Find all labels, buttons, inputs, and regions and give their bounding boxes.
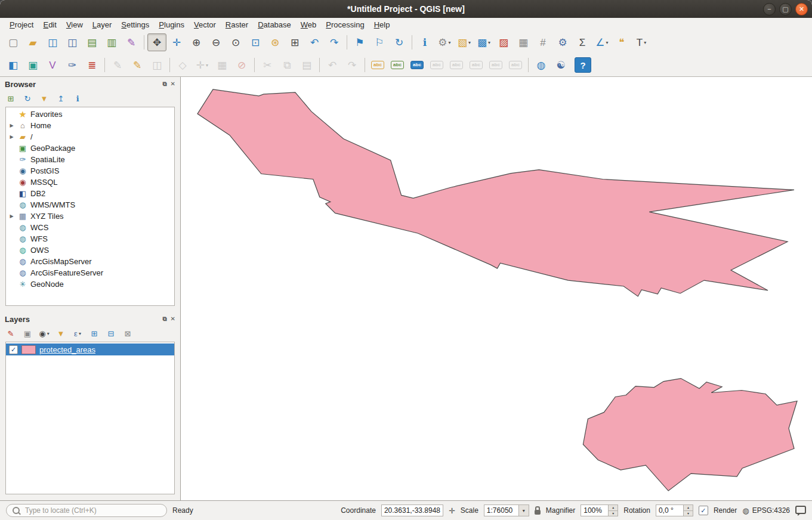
paste-features-button[interactable]: ▤ <box>297 56 316 74</box>
filter-by-expression-button[interactable]: ε▾ <box>70 326 85 341</box>
browser-item-favorites[interactable]: ★Favorites <box>6 109 174 120</box>
new-virtual-layer-button[interactable]: ≣ <box>82 56 101 74</box>
filter-browser-button[interactable]: ▼ <box>36 91 52 106</box>
identify-features-button[interactable]: ℹ <box>415 33 434 51</box>
save-project-as-button[interactable]: ◫ <box>63 33 82 51</box>
scale-dropdown-button[interactable]: ▾ <box>518 504 529 516</box>
expand-arrow-icon[interactable]: ▶ <box>8 123 15 128</box>
new-print-layout-button[interactable]: ▤ <box>82 33 101 51</box>
metasearch-button[interactable]: ◍ <box>532 56 551 74</box>
open-attribute-table-button[interactable]: ▦ <box>514 33 533 51</box>
expand-all-button[interactable]: ⊞ <box>87 326 102 341</box>
protected-area-polygon-south[interactable] <box>583 379 797 491</box>
delete-selected-button[interactable]: ⊘ <box>232 56 251 74</box>
layer-item-protected-areas[interactable]: ✓ protected_areas <box>6 343 174 355</box>
pan-to-selection-button[interactable]: ✛ <box>167 33 186 51</box>
filter-legend-button[interactable]: ▼ <box>53 326 69 341</box>
zoom-in-button[interactable]: ⊕ <box>187 33 206 51</box>
show-bookmarks-button[interactable]: ⚐ <box>370 33 389 51</box>
maximize-button[interactable]: ▢ <box>779 3 792 16</box>
new-bookmark-button[interactable]: ⚑ <box>350 33 369 51</box>
messages-icon[interactable] <box>795 506 806 514</box>
open-project-button[interactable]: ▰ <box>23 33 42 51</box>
browser-item-xyz-tiles[interactable]: ▶▦XYZ Tiles <box>6 211 174 222</box>
browser-item-ows[interactable]: ◍OWS <box>6 244 174 256</box>
zoom-next-button[interactable]: ↷ <box>325 33 344 51</box>
protected-area-polygon-main[interactable] <box>197 89 794 296</box>
toggle-extents-icon[interactable]: ✛ <box>449 507 455 515</box>
locate-input[interactable] <box>24 506 160 515</box>
redo-button[interactable]: ↷ <box>342 56 362 74</box>
new-spatialite-layer-button[interactable]: ✑ <box>63 56 82 74</box>
browser-item-wcs[interactable]: ◍WCS <box>6 222 174 233</box>
run-feature-action-button[interactable]: ⚙▾ <box>435 33 454 51</box>
help-button[interactable]: ? <box>575 57 591 73</box>
coordinate-input[interactable] <box>381 504 443 516</box>
highlight-pinned-labels-button[interactable]: abc <box>407 56 427 74</box>
pin-unpin-labels-button[interactable]: abc <box>447 56 466 74</box>
layer-styling-button[interactable]: ✎ <box>3 326 18 341</box>
menu-project[interactable]: Project <box>5 20 38 30</box>
remove-layer-button[interactable]: ⊠ <box>120 326 135 341</box>
map-tips-button[interactable]: ❝ <box>612 33 631 51</box>
show-hide-labels-button[interactable]: abc <box>427 56 446 74</box>
collapse-all-layers-button[interactable]: ⊟ <box>103 326 119 341</box>
pan-map-button[interactable]: ✥ <box>147 33 166 51</box>
menu-vector[interactable]: Vector <box>189 20 221 30</box>
crs-button[interactable]: ◍ EPSG:4326 <box>742 506 790 515</box>
browser-item-geopackage[interactable]: ▣GeoPackage <box>6 143 174 154</box>
text-annotation-button[interactable]: T▾ <box>632 33 651 51</box>
float-panel-button[interactable]: ⧉ <box>162 81 166 87</box>
save-project-button[interactable]: ◫ <box>43 33 62 51</box>
browser-item-geonode[interactable]: ✳GeoNode <box>6 278 174 290</box>
save-layer-edits-button[interactable]: ◫ <box>147 56 166 74</box>
close-panel-button[interactable]: ✕ <box>171 316 175 322</box>
menu-raster[interactable]: Raster <box>221 20 253 30</box>
copy-features-button[interactable]: ⧉ <box>277 56 297 74</box>
magnifier-input[interactable] <box>581 504 608 516</box>
rotation-input[interactable] <box>656 504 683 516</box>
float-panel-button[interactable]: ⧉ <box>162 316 166 322</box>
move-label-button[interactable]: abc <box>467 56 486 74</box>
menu-edit[interactable]: Edit <box>38 20 61 30</box>
python-console-button[interactable]: ☯ <box>551 56 570 74</box>
browser-item-mssql[interactable]: ◉MSSQL <box>6 177 174 188</box>
spin-up-icon[interactable]: ▴ <box>684 505 693 511</box>
diagram-options-button[interactable]: abc <box>388 56 407 74</box>
new-project-button[interactable]: ▢ <box>4 33 23 51</box>
statistical-summary-button[interactable]: Σ <box>573 33 592 51</box>
lock-scale-icon[interactable] <box>535 510 541 515</box>
undo-button[interactable]: ↶ <box>323 56 342 74</box>
scale-input[interactable] <box>484 504 518 516</box>
processing-toolbox-button[interactable]: ⚙ <box>553 33 572 51</box>
spin-up-icon[interactable]: ▴ <box>609 505 618 511</box>
menu-plugins[interactable]: Plugins <box>154 20 189 30</box>
browser-item-arcgis-featureserver[interactable]: ◍ArcGisFeatureServer <box>6 267 174 278</box>
browser-item-wms[interactable]: ◍WMS/WMTS <box>6 199 174 211</box>
minimize-button[interactable]: − <box>763 3 776 16</box>
zoom-native-button[interactable]: ⊙ <box>226 33 245 51</box>
zoom-full-button[interactable]: ⊡ <box>246 33 265 51</box>
menu-settings[interactable]: Settings <box>116 20 154 30</box>
add-group-button[interactable]: ▣ <box>20 326 35 341</box>
close-panel-button[interactable]: ✕ <box>171 81 175 87</box>
measure-button[interactable]: ∠▾ <box>592 33 612 51</box>
map-canvas[interactable] <box>181 77 812 500</box>
browser-item-wfs[interactable]: ◍WFS <box>6 233 174 244</box>
browser-item-postgis[interactable]: ◉PostGIS <box>6 165 174 177</box>
menu-web[interactable]: Web <box>296 20 322 30</box>
current-edits-button[interactable]: ✎ <box>108 56 127 74</box>
locate-bar[interactable] <box>6 504 167 517</box>
zoom-to-selection-button[interactable]: ⊛ <box>265 33 285 51</box>
browser-item-spatialite[interactable]: ✑SpatiaLite <box>6 154 174 165</box>
browser-item-root[interactable]: ▶▰/ <box>6 131 174 143</box>
new-geopackage-layer-button[interactable]: ▣ <box>23 56 42 74</box>
rotate-label-button[interactable]: abc <box>486 56 505 74</box>
zoom-out-button[interactable]: ⊖ <box>206 33 226 51</box>
menu-database[interactable]: Database <box>253 20 296 30</box>
properties-widget-button[interactable]: ℹ <box>70 91 85 106</box>
spin-down-icon[interactable]: ▾ <box>684 511 693 516</box>
data-source-manager-button[interactable]: ◧ <box>4 56 23 74</box>
add-feature-button[interactable]: ◇ <box>173 56 192 74</box>
manage-map-themes-button[interactable]: ◉▾ <box>36 326 52 341</box>
